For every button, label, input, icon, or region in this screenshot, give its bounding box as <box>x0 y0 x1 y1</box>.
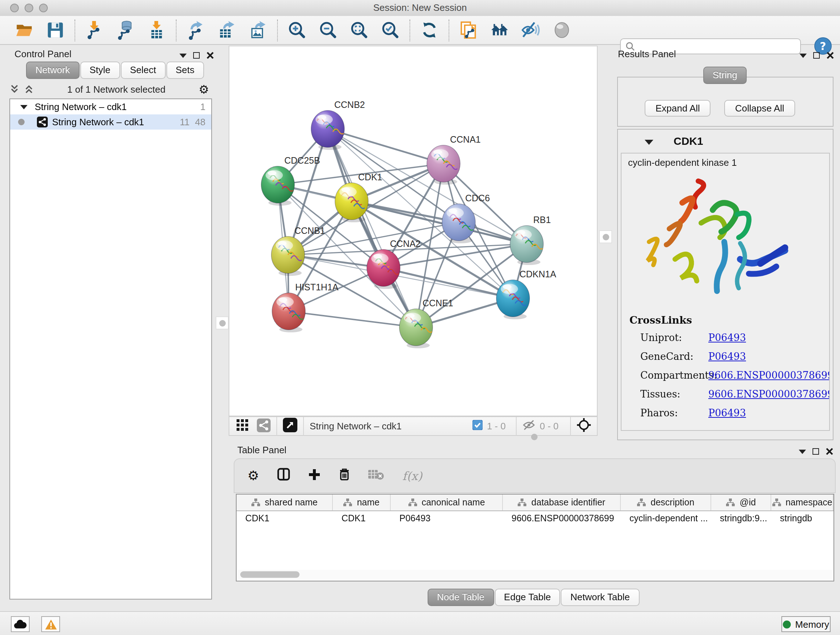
network-canvas-svg[interactable]: CCNB2CCNA1CDC25BCDK1CDC6RB1CCNB1CCNA2CDK… <box>229 46 597 416</box>
import-table-icon[interactable] <box>147 20 166 40</box>
table-cell[interactable]: 9606.ENSP00000378699 <box>503 511 621 526</box>
right-splitter-handle[interactable] <box>599 230 612 243</box>
tab-network-table[interactable]: Network Table <box>561 589 639 606</box>
tab-edge-table[interactable]: Edge Table <box>494 589 561 606</box>
hide-glass-effect-icon[interactable] <box>521 20 540 40</box>
column-header-canonical-name[interactable]: canonical name <box>391 494 503 510</box>
expand-all-icon[interactable] <box>24 84 34 94</box>
column-header-description[interactable]: description <box>621 494 711 510</box>
string-import-icon[interactable] <box>459 20 478 40</box>
zoom-fit-icon[interactable] <box>349 20 369 40</box>
crosslink-link[interactable]: 9606.ENSP00000378699 <box>708 388 830 400</box>
network-node-CCNB1[interactable]: CCNB1 <box>271 226 325 276</box>
tab-network[interactable]: Network <box>26 62 79 79</box>
network-overview-icon[interactable] <box>257 418 271 434</box>
cloud-status-button[interactable] <box>11 616 30 632</box>
memory-button[interactable]: Memory <box>782 616 831 632</box>
table-cell[interactable]: CDK1 <box>237 511 333 526</box>
bottom-splitter-handle[interactable] <box>527 432 540 442</box>
left-splitter-handle[interactable] <box>216 317 229 329</box>
network-options-gear-icon[interactable]: ⚙ <box>199 82 209 96</box>
node-label: CDK1 <box>358 172 382 182</box>
network-collection-row[interactable]: String Network – cdk1 1 <box>10 99 211 114</box>
crosslink-link[interactable]: P06493 <box>708 407 746 418</box>
export-table-icon[interactable] <box>217 20 237 40</box>
save-session-icon[interactable] <box>46 20 65 40</box>
panel-menu-icon[interactable] <box>180 53 187 57</box>
node-table[interactable]: shared namenamecanonical namedatabase id… <box>236 494 834 581</box>
collection-expand-icon[interactable] <box>20 105 27 109</box>
panel-menu-icon[interactable] <box>799 53 807 57</box>
column-header-shared-name[interactable]: shared name <box>237 494 333 510</box>
import-network-icon[interactable] <box>85 20 104 40</box>
panel-float-icon[interactable] <box>193 52 200 59</box>
tab-node-table[interactable]: Node Table <box>428 589 494 606</box>
zoom-selected-icon[interactable] <box>381 20 400 40</box>
panel-close-icon[interactable] <box>826 51 834 59</box>
column-header-database-identifier[interactable]: database identifier <box>503 494 621 510</box>
table-settings-gear-icon[interactable]: ⚙ <box>248 469 259 482</box>
table-cell[interactable]: stringdb <box>771 511 834 526</box>
network-edge[interactable] <box>328 129 416 327</box>
panel-close-icon[interactable] <box>206 51 214 59</box>
hidden-eye-slash-icon[interactable] <box>523 418 535 434</box>
crosslink-link[interactable]: P06493 <box>708 332 746 343</box>
detach-view-icon[interactable] <box>283 418 297 434</box>
table-cell[interactable]: CDK1 <box>333 511 391 526</box>
open-session-icon[interactable] <box>14 20 34 40</box>
panel-menu-icon[interactable] <box>799 449 806 454</box>
import-database-icon[interactable] <box>116 20 135 40</box>
tab-string[interactable]: String <box>703 67 747 84</box>
network-edge[interactable] <box>384 268 513 298</box>
table-hscrollbar[interactable] <box>237 570 833 580</box>
table-cell[interactable]: cyclin-dependent ... <box>621 511 711 526</box>
crosslink-link[interactable]: P06493 <box>708 350 746 362</box>
home-icon[interactable] <box>490 20 509 40</box>
table-row[interactable]: CDK1CDK1P064939606.ENSP00000378699cyclin… <box>237 511 834 526</box>
gene-description: cyclin-dependent kinase 1 <box>628 157 737 168</box>
network-node-HIST1H1A[interactable]: HIST1H1A <box>272 282 339 333</box>
export-network-icon[interactable] <box>186 20 205 40</box>
refresh-icon[interactable] <box>420 20 439 40</box>
network-node-RB1[interactable]: RB1 <box>510 215 551 265</box>
network-node-CDKN1A[interactable]: CDKN1A <box>496 269 556 319</box>
selected-checkbox-icon[interactable] <box>472 420 483 432</box>
tab-style[interactable]: Style <box>80 62 120 79</box>
results-panel: Results Panel String Expand All Collapse… <box>616 46 836 442</box>
tab-select[interactable]: Select <box>120 62 165 79</box>
gene-collapse-icon[interactable] <box>645 140 653 145</box>
network-edge[interactable] <box>289 311 416 327</box>
delete-column-trash-icon[interactable] <box>339 468 350 484</box>
network-node-CCNE1[interactable]: CCNE1 <box>399 298 453 348</box>
collapse-all-button[interactable]: Collapse All <box>724 100 795 117</box>
network-view-canvas[interactable]: CCNB2CCNA1CDC25BCDK1CDC6RB1CCNB1CCNA2CDK… <box>229 46 598 416</box>
panel-close-icon[interactable] <box>826 448 834 455</box>
zoom-in-icon[interactable] <box>287 20 307 40</box>
column-header-namespace[interactable]: namespace <box>771 494 834 510</box>
column-header-name[interactable]: name <box>333 494 391 510</box>
network-node-CCNB2[interactable]: CCNB2 <box>311 100 365 150</box>
show-columns-icon[interactable] <box>277 468 290 484</box>
network-edge[interactable] <box>328 129 444 164</box>
zoom-out-icon[interactable] <box>318 20 338 40</box>
export-image-icon[interactable] <box>248 20 268 40</box>
panel-float-icon[interactable] <box>813 448 819 455</box>
collapse-all-icon[interactable] <box>9 84 19 94</box>
network-row[interactable]: String Network – cdk1 11 48 <box>10 114 211 130</box>
crosslink-row: Tissues:9606.ENSP00000378699 <box>640 388 827 400</box>
show-glass-effect-icon[interactable] <box>552 20 572 40</box>
table-cell[interactable]: P06493 <box>391 511 503 526</box>
column-header--id[interactable]: @id <box>711 494 771 510</box>
grid-view-icon[interactable] <box>237 419 248 433</box>
birdseye-crosshair-icon[interactable] <box>576 418 591 434</box>
hscrollbar-thumb[interactable] <box>240 571 300 578</box>
tab-sets[interactable]: Sets <box>166 62 204 79</box>
panel-float-icon[interactable] <box>813 52 820 59</box>
warning-status-button[interactable] <box>41 616 60 632</box>
crosslinks-heading: CrossLinks <box>630 314 692 326</box>
add-column-icon[interactable] <box>308 468 321 483</box>
network-node-CCNA1[interactable]: CCNA1 <box>427 134 481 185</box>
table-cell[interactable]: stringdb:9... <box>711 511 771 526</box>
expand-all-button[interactable]: Expand All <box>645 100 711 117</box>
crosslink-link[interactable]: 9606.ENSP00000378699 <box>708 369 830 381</box>
